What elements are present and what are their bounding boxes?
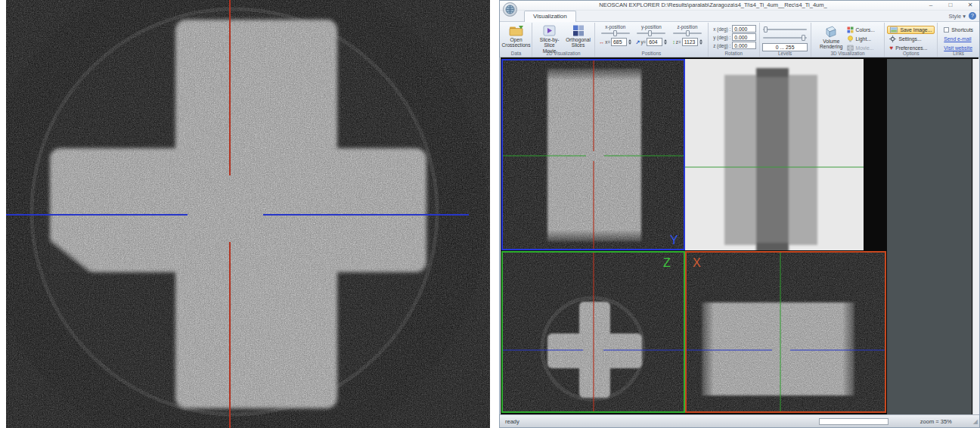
viewport-area: Y (501, 57, 978, 414)
projection-dense-band (756, 70, 789, 250)
tab-visualization[interactable]: Visualization (524, 11, 576, 22)
y-position-slider[interactable] (637, 30, 665, 36)
z-position-spinner[interactable] (699, 39, 702, 45)
application-menu-button[interactable] (503, 2, 517, 17)
z-position-field[interactable]: 1123 (682, 38, 698, 46)
y-position-control: y-position ↗ y= 604 (634, 24, 670, 46)
ribbon-group-levels: 0 ... 255 Levels (760, 23, 811, 57)
gear-icon (889, 36, 896, 42)
y-position-spinner[interactable] (664, 39, 667, 45)
viewport-x-svg: X (687, 253, 885, 411)
viewport-y-svg: Y (503, 60, 684, 249)
ribbon-group-links: Shortcuts Send e-mail Visit website Link… (938, 23, 979, 57)
screenshot-stage: NEOSCAN EXPLORER D:\Results\paralab\Zara… (0, 0, 980, 428)
x-position-field[interactable]: 685 (611, 38, 627, 46)
levels-high-slider[interactable] (763, 35, 807, 41)
minimize-button[interactable]: – (926, 1, 935, 10)
volume-rendering-icon (823, 25, 839, 38)
workspace-empty-area (887, 59, 972, 414)
style-dropdown[interactable]: Style ▾ (948, 13, 966, 20)
ribbon-group-rotation: x (deg) : 0.000 y (deg) : 0.000 z (deg) … (709, 23, 760, 57)
open-crossections-button[interactable]: Open Crossections (500, 24, 532, 49)
axis-label-x: X (693, 256, 701, 269)
vertical-scrollbar[interactable] (972, 59, 978, 414)
z-position-slider[interactable] (673, 30, 702, 36)
neoscan-explorer-window: NEOSCAN EXPLORER D:\Results\paralab\Zara… (499, 0, 980, 428)
ribbon: Open Crossections Data Slice-by-Slice Mo… (500, 22, 979, 57)
ribbon-group-data: Open Crossections Data (501, 23, 532, 57)
y-position-field[interactable]: 604 (647, 38, 662, 46)
levels-low-thumb[interactable] (764, 26, 768, 33)
x-position-spinner[interactable] (628, 39, 631, 45)
z-slider-thumb[interactable] (686, 30, 690, 36)
ribbon-group-3d-visualization: Volume Rendering Colors... (811, 23, 885, 57)
group-label-positions: Positions (595, 51, 708, 56)
shortcuts-checkbox-item[interactable]: Shortcuts (941, 26, 975, 34)
open-folder-icon (509, 25, 524, 36)
group-label-levels: Levels (760, 51, 811, 56)
light-button[interactable]: Light... (845, 35, 877, 43)
rotation-y-label: y (deg) : (711, 35, 730, 40)
shortcuts-checkbox[interactable] (944, 27, 949, 33)
light-bulb-icon (847, 36, 854, 42)
ribbon-group-options: Save Image... Settings... ♥ (885, 23, 938, 57)
x-position-control: x-position ↔ x= 685 (597, 24, 634, 46)
viewport-z[interactable]: Z (501, 251, 685, 413)
rotation-z-field[interactable]: 0.000 (732, 42, 756, 49)
colors-button[interactable]: Colors... (845, 26, 877, 34)
viewport-x[interactable]: X (685, 251, 886, 413)
close-button[interactable]: ✕ (966, 1, 975, 10)
ribbon-group-2d-visualization: Slice-by-Slice Movie Orthogonal Slices 2… (532, 23, 595, 57)
group-label-rotation: Rotation (709, 51, 759, 56)
ribbon-tab-row: Visualization Style ▾ ? (500, 11, 979, 22)
viewport-z-svg: Z (503, 253, 684, 411)
save-image-icon (890, 26, 898, 33)
x-slider-thumb[interactable] (613, 30, 617, 36)
status-bar: ready zoom = 35% ◢ (500, 414, 979, 427)
window-title: NEOSCAN EXPLORER D:\Results\paralab\Zara… (500, 2, 926, 8)
ct-slice-large-svg (6, 0, 490, 428)
globe-icon (505, 5, 515, 14)
group-label-3d-visualization: 3D Visualization (811, 51, 885, 56)
x-position-header: x-position (605, 24, 625, 29)
volume-rendering-button[interactable]: Volume Rendering (818, 24, 844, 51)
y-axis-icon: ↗ (636, 39, 640, 45)
orthogonal-slices-icon (572, 25, 585, 36)
send-email-link[interactable]: Send e-mail (941, 35, 975, 43)
settings-button[interactable]: Settings... (887, 35, 935, 43)
y-position-header: y-position (641, 24, 662, 29)
viewport-projection-svg (685, 59, 864, 250)
group-label-links: Links (938, 51, 979, 56)
colors-icon (847, 26, 854, 33)
z-position-control: z-position ↕ z= 1123 (669, 24, 706, 46)
titlebar[interactable]: NEOSCAN EXPLORER D:\Results\paralab\Zara… (500, 1, 979, 11)
axis-label-y: Y (670, 234, 678, 247)
rotation-x-field[interactable]: 0.000 (732, 25, 756, 33)
x-axis-icon: ↔ (599, 39, 604, 45)
levels-high-thumb[interactable] (802, 35, 805, 41)
ribbon-group-positions: x-position ↔ x= 685 y-position (595, 23, 709, 57)
help-icon[interactable]: ? (969, 12, 976, 20)
x-position-slider[interactable] (601, 30, 630, 36)
status-message: ready (500, 418, 819, 425)
ct-slice-large-view[interactable] (6, 0, 490, 428)
rotation-x-label: x (deg) : (711, 26, 730, 32)
viewport-projection[interactable] (685, 59, 864, 250)
slice-by-slice-movie-button[interactable]: Slice-by-Slice Movie (535, 24, 564, 54)
save-image-button[interactable]: Save Image... (887, 26, 935, 34)
group-label-data: Data (501, 51, 532, 56)
orthogonal-slices-button[interactable]: Orthogonal Slices (564, 24, 592, 49)
group-label-2d-visualization: 2D Visualization (532, 51, 594, 56)
z-position-header: z-position (678, 24, 698, 29)
maximize-button[interactable]: □ (946, 1, 955, 10)
window-controls: – □ ✕ (926, 1, 978, 10)
zoom-level: zoom = 35% (920, 418, 973, 425)
levels-low-slider[interactable] (763, 26, 807, 33)
rotation-z-label: z (deg) : (711, 43, 730, 48)
group-label-options: Options (885, 51, 937, 56)
viewport-y[interactable]: Y (501, 59, 685, 250)
progress-bar (819, 418, 889, 425)
y-slider-thumb[interactable] (648, 30, 652, 36)
rotation-y-field[interactable]: 0.000 (732, 33, 756, 41)
resize-grip-icon[interactable]: ◢ (973, 418, 979, 425)
